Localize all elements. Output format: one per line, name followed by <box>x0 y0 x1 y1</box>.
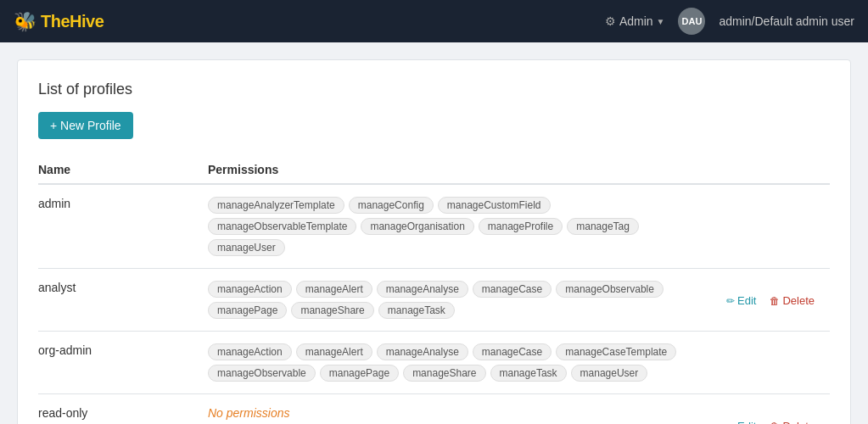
permission-tag: manageConfig <box>349 197 434 214</box>
main-content: List of profiles + New Profile Name Perm… <box>0 42 868 424</box>
table-row: adminmanageAnalyzerTemplatemanageConfigm… <box>38 184 830 269</box>
permission-tag: managePage <box>208 302 287 319</box>
edit-button[interactable]: ✏Edit <box>721 418 761 424</box>
permission-tag: manageCaseTemplate <box>556 343 676 360</box>
edit-icon: ✏ <box>726 295 735 307</box>
col-name-header: Name <box>38 156 208 184</box>
bee-icon: 🐝 <box>14 9 37 33</box>
permission-tag: manageAlert <box>296 343 372 360</box>
col-permissions-header: Permissions <box>208 156 694 184</box>
permission-tag: managePage <box>320 365 399 382</box>
profile-permissions: manageActionmanageAlertmanageAnalysemana… <box>208 269 694 332</box>
permission-tag: manageObservableTemplate <box>208 218 356 235</box>
edit-icon: ✏ <box>726 421 735 425</box>
gear-icon: ⚙ <box>605 14 616 28</box>
trash-icon: 🗑 <box>770 295 780 307</box>
delete-button[interactable]: 🗑Delete <box>764 293 820 309</box>
permission-tag: manageCustomField <box>438 197 551 214</box>
profile-name: analyst <box>38 269 208 332</box>
permission-tag: manageOrganisation <box>361 218 473 235</box>
profile-permissions: manageAnalyzerTemplatemanageConfigmanage… <box>208 184 694 269</box>
permission-tag: manageShare <box>291 302 373 319</box>
permission-tag: manageAnalyzerTemplate <box>208 197 344 214</box>
permission-tag: manageShare <box>403 365 485 382</box>
table-row: read-onlyNo permissions✏Edit🗑Delete <box>38 394 830 425</box>
profile-actions: ✏Edit🗑Delete <box>694 394 830 425</box>
profile-permissions: No permissions <box>208 394 694 425</box>
new-profile-button[interactable]: + New Profile <box>38 112 133 139</box>
permission-tag: manageTask <box>490 365 567 382</box>
logo: 🐝 TheHive <box>14 9 104 33</box>
no-permissions-label: No permissions <box>208 406 289 420</box>
trash-icon: 🗑 <box>770 421 780 425</box>
table-row: org-adminmanageActionmanageAlertmanageAn… <box>38 332 830 394</box>
permission-tag: manageObservable <box>556 281 664 298</box>
permission-tag: manageCase <box>473 343 552 360</box>
table-row: analystmanageActionmanageAlertmanageAnal… <box>38 269 830 332</box>
profile-name: read-only <box>38 394 208 425</box>
permission-tag: manageAction <box>208 343 292 360</box>
profile-name: org-admin <box>38 332 208 394</box>
permission-tag: manageAnalyse <box>377 281 468 298</box>
profile-permissions: manageActionmanageAlertmanageAnalysemana… <box>208 332 694 394</box>
profiles-card: List of profiles + New Profile Name Perm… <box>17 59 851 424</box>
col-actions-header <box>694 156 830 184</box>
app-name: TheHive <box>41 12 104 31</box>
permission-tag: manageCase <box>473 281 552 298</box>
permission-tag: manageTag <box>567 218 639 235</box>
user-avatar: DAU <box>678 8 705 35</box>
app-header: 🐝 TheHive ⚙ Admin ▼ DAU admin/Default ad… <box>0 0 868 42</box>
svg-text:🐝: 🐝 <box>14 10 37 33</box>
profile-name: admin <box>38 184 208 269</box>
profile-actions: ✏Edit🗑Delete <box>694 269 830 332</box>
admin-label: Admin <box>619 14 653 28</box>
user-name: admin/Default admin user <box>719 14 854 28</box>
permission-tag: manageUser <box>571 365 648 382</box>
permission-tag: manageAction <box>208 281 292 298</box>
permission-tag: manageProfile <box>479 218 563 235</box>
page-title: List of profiles <box>38 81 830 98</box>
delete-button[interactable]: 🗑Delete <box>764 418 820 424</box>
admin-menu[interactable]: ⚙ Admin ▼ <box>605 14 665 28</box>
permission-tag: manageUser <box>208 239 285 256</box>
permission-tag: manageTask <box>378 302 455 319</box>
permission-tag: manageAnalyse <box>377 343 468 360</box>
profile-actions <box>694 332 830 394</box>
edit-button[interactable]: ✏Edit <box>721 293 761 309</box>
permission-tag: manageObservable <box>208 365 316 382</box>
header-right: ⚙ Admin ▼ DAU admin/Default admin user <box>605 8 854 35</box>
profiles-table: Name Permissions adminmanageAnalyzerTemp… <box>38 156 830 424</box>
profile-actions <box>694 184 830 269</box>
caret-icon: ▼ <box>657 17 665 26</box>
permission-tag: manageAlert <box>296 281 372 298</box>
